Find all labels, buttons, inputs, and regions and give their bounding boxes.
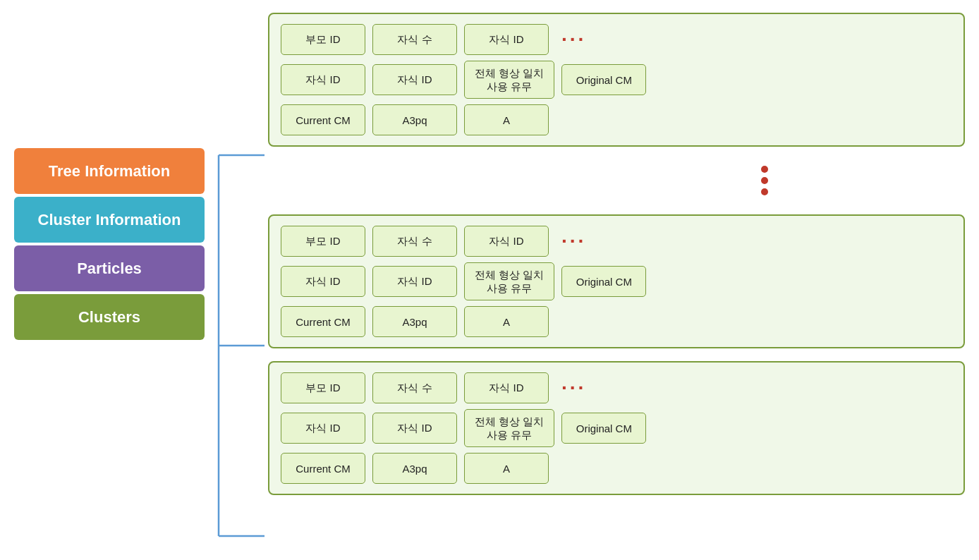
cell-current-cm-1: Current CM — [281, 104, 365, 135]
cell-child-id-3b: 자식 ID — [372, 413, 457, 444]
cell-parent-id-2: 부모 ID — [281, 226, 365, 257]
cell-child-count-3: 자식 수 — [372, 372, 457, 403]
cell-original-cm-2: Original CM — [561, 266, 646, 297]
cell-current-cm-2: Current CM — [281, 306, 365, 337]
sidebar-clusters-label: Clusters — [78, 308, 140, 327]
cell-current-cm-3: Current CM — [281, 453, 365, 484]
cell-child-count-2: 자식 수 — [372, 226, 457, 257]
cluster-row-1-2: 자식 ID 자식 ID 전체 형상 일치사용 유무 Original CM — [281, 61, 952, 99]
dot-1 — [761, 166, 768, 173]
cluster-block-3: 부모 ID 자식 수 자식 ID ··· 자식 ID 자식 ID 전체 형상 일… — [268, 361, 965, 495]
main-container: Tree Information Cluster Information Par… — [0, 0, 979, 560]
sidebar-particles-label: Particles — [77, 260, 142, 278]
cell-child-id-2b: 자식 ID — [372, 266, 457, 297]
cluster-row-2-3: Current CM A3pq A — [281, 306, 952, 337]
cell-child-id-3a: 자식 ID — [281, 413, 365, 444]
dots-horizontal-2: ··· — [561, 230, 586, 252]
cell-a3pq-3: A3pq — [372, 453, 457, 484]
dot-2 — [761, 177, 768, 184]
cluster-row-3-3: Current CM A3pq A — [281, 453, 952, 484]
cell-a-1: A — [464, 104, 549, 135]
cell-original-cm-3: Original CM — [561, 413, 646, 444]
cell-child-id-3: 자식 ID — [464, 372, 549, 403]
connector-area — [205, 148, 268, 543]
content-area: 부모 ID 자식 수 자식 ID ··· 자식 ID 자식 ID 전체 형상 일… — [268, 7, 965, 495]
cell-full-shape-1: 전체 형상 일치사용 유무 — [464, 61, 554, 99]
cell-original-cm-1: Original CM — [561, 64, 646, 95]
cell-child-count-1: 자식 수 — [372, 24, 457, 55]
cell-a3pq-2: A3pq — [372, 306, 457, 337]
cell-a3pq-1: A3pq — [372, 104, 457, 135]
cluster-row-2-1: 부모 ID 자식 수 자식 ID ··· — [281, 226, 952, 257]
sidebar-item-particles[interactable]: Particles — [14, 245, 205, 291]
sidebar-tree-label: Tree Information — [49, 162, 170, 181]
cell-a-3: A — [464, 453, 549, 484]
cluster-row-1-1: 부모 ID 자식 수 자식 ID ··· — [281, 24, 952, 55]
sidebar-cluster-label: Cluster Information — [38, 211, 181, 229]
cluster-row-2-2: 자식 ID 자식 ID 전체 형상 일치사용 유무 Original CM — [281, 262, 952, 300]
sidebar-item-tree[interactable]: Tree Information — [14, 148, 205, 194]
cell-child-id-1a: 자식 ID — [281, 64, 365, 95]
cell-child-id-1b: 자식 ID — [372, 64, 457, 95]
cell-child-id-1: 자식 ID — [464, 24, 549, 55]
bracket-svg — [205, 148, 268, 543]
cell-full-shape-3: 전체 형상 일치사용 유무 — [464, 409, 554, 447]
sidebar-item-cluster-info[interactable]: Cluster Information — [14, 197, 205, 243]
dots-horizontal-1: ··· — [561, 28, 586, 51]
cluster-block-1: 부모 ID 자식 수 자식 ID ··· 자식 ID 자식 ID 전체 형상 일… — [268, 13, 965, 147]
cluster-row-3-2: 자식 ID 자식 ID 전체 형상 일치사용 유무 Original CM — [281, 409, 952, 447]
cell-parent-id-1: 부모 ID — [281, 24, 365, 55]
sidebar-item-clusters[interactable]: Clusters — [14, 294, 205, 340]
cluster-block-2: 부모 ID 자식 수 자식 ID ··· 자식 ID 자식 ID 전체 형상 일… — [268, 214, 965, 348]
cell-parent-id-3: 부모 ID — [281, 372, 365, 403]
cell-child-id-2a: 자식 ID — [281, 266, 365, 297]
vertical-dots — [465, 159, 768, 202]
cell-child-id-2: 자식 ID — [464, 226, 549, 257]
dots-horizontal-3: ··· — [561, 377, 586, 399]
dot-3 — [761, 188, 768, 195]
cluster-row-3-1: 부모 ID 자식 수 자식 ID ··· — [281, 372, 952, 403]
sidebar: Tree Information Cluster Information Par… — [14, 148, 205, 343]
cell-full-shape-2: 전체 형상 일치사용 유무 — [464, 262, 554, 300]
cluster-row-1-3: Current CM A3pq A — [281, 104, 952, 135]
cell-a-2: A — [464, 306, 549, 337]
